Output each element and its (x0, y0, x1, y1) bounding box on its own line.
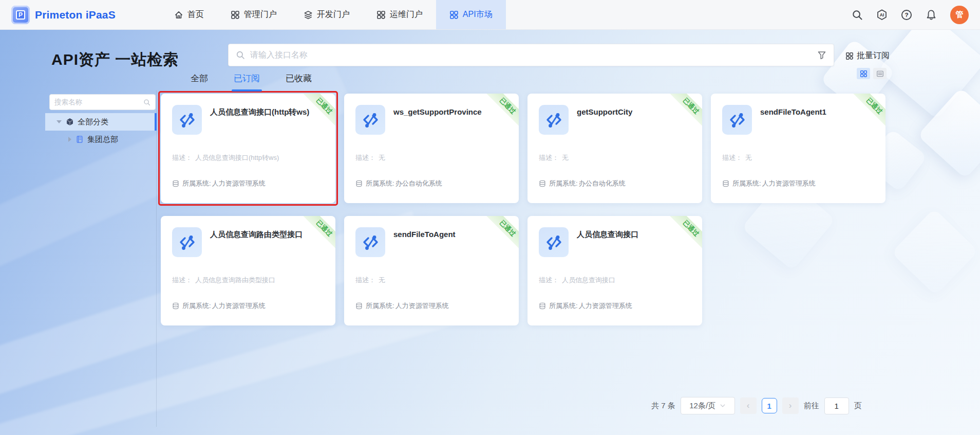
system-value: 人力资源管理系统 (212, 179, 266, 188)
filter-funnel-icon[interactable] (817, 50, 826, 60)
batch-subscribe-button[interactable]: 批量订阅 (845, 50, 890, 61)
system-label: 所属系统: (182, 301, 211, 311)
description-label: 描述： (355, 276, 375, 284)
system-label: 所属系统: (182, 179, 211, 188)
api-description: 描述：无 (539, 153, 691, 162)
caret-right-icon[interactable] (68, 137, 71, 142)
description-label: 描述： (722, 154, 742, 161)
search-icon[interactable] (852, 9, 863, 21)
bg-cube (917, 87, 980, 179)
goto-page-input[interactable] (824, 397, 849, 414)
next-page-button[interactable]: › (782, 397, 799, 414)
api-glyph-icon (178, 233, 196, 251)
tree-item-all-categories[interactable]: 全部分类 (45, 113, 157, 131)
system-value: 人力资源管理系统 (395, 301, 449, 311)
api-system: 所属系统:人力资源管理系统 (172, 179, 266, 188)
description-label: 描述： (539, 276, 559, 284)
api-card[interactable]: 人员信息查询接口(http转ws) 描述：人员信息查询接口(http转ws) 所… (161, 94, 335, 203)
system-label: 所属系统: (366, 179, 394, 188)
api-description: 描述：无 (722, 153, 874, 162)
page-size-select[interactable]: 12条/页 (681, 397, 735, 414)
system-label: 所属系统: (549, 179, 578, 188)
api-system: 所属系统:办公自动化系统 (539, 179, 626, 188)
api-card[interactable]: sendFileToAgent1 描述：无 所属系统:人力资源管理系统 已通过 (711, 94, 885, 203)
card-view-button[interactable] (857, 68, 870, 79)
card-header: sendFileToAgent1 (722, 105, 874, 135)
brand-name: Primeton iPaaS (35, 9, 116, 21)
nav-item-ops-portal[interactable]: 运维门户 (363, 0, 436, 29)
nav-item-api-market[interactable]: API市场 (436, 0, 506, 29)
card-header: getSupportCity (539, 105, 691, 135)
api-card[interactable]: getSupportCity 描述：无 所属系统:办公自动化系统 已通过 (527, 94, 702, 203)
tab-subscribed[interactable]: 已订阅 (234, 72, 260, 88)
main-menu: 首页 管理门户 开发门户 运维门户 API市场 (161, 0, 506, 29)
api-card[interactable]: 人员信息查询接口 描述：人员信息查询接口 所属系统:人力资源管理系统 已通过 (527, 216, 702, 325)
nav-item-admin-portal[interactable]: 管理门户 (217, 0, 290, 29)
api-glyph-icon (178, 111, 196, 129)
api-search-input[interactable] (250, 50, 812, 60)
api-card[interactable]: ws_getSupportProvince 描述：无 所属系统:办公自动化系统 … (344, 94, 519, 203)
nav-item-dev-portal[interactable]: 开发门户 (290, 0, 363, 29)
api-system: 所属系统:办公自动化系统 (355, 179, 442, 188)
caret-down-icon[interactable] (56, 120, 62, 123)
api-glyph-icon (544, 111, 563, 129)
category-search-input[interactable] (54, 98, 140, 106)
page-number-1[interactable]: 1 (762, 398, 777, 413)
tab-favorites[interactable]: 已收藏 (286, 72, 312, 88)
brand-logo[interactable]: P Primeton iPaaS (11, 6, 116, 24)
grid-icon (449, 10, 459, 20)
prev-page-button[interactable]: ‹ (740, 397, 757, 414)
notification-bell-icon[interactable] (926, 9, 937, 21)
api-glyph-icon (728, 111, 746, 129)
description-label: 描述： (172, 276, 192, 284)
card-grid: 人员信息查询接口(http转ws) 描述：人员信息查询接口(http转ws) 所… (161, 94, 885, 325)
nav-item-home[interactable]: 首页 (161, 0, 217, 29)
api-name: getSupportCity (577, 105, 632, 135)
grid-icon (231, 10, 240, 20)
user-avatar[interactable]: 管 (950, 6, 969, 24)
view-toggle-group (857, 68, 887, 79)
api-description: 描述：人员信息查询路由类型接口 (172, 276, 324, 285)
layers-icon (304, 10, 313, 20)
card-header: 人员信息查询路由类型接口 (172, 227, 324, 257)
nav-item-label: 开发门户 (317, 9, 350, 20)
brand-logo-icon: P (11, 6, 30, 24)
api-card[interactable]: 人员信息查询路由类型接口 描述：人员信息查询路由类型接口 所属系统:人力资源管理… (161, 216, 335, 325)
nav-item-label: 管理门户 (244, 9, 277, 20)
tree-item-group-hq[interactable]: 集团总部 (45, 131, 157, 148)
system-value: 办公自动化系统 (579, 179, 626, 188)
goto-suffix: 页 (854, 401, 862, 411)
chevron-down-icon (720, 403, 726, 409)
api-system: 所属系统:人力资源管理系统 (355, 301, 449, 311)
database-icon (539, 302, 546, 310)
description-value: 无 (745, 154, 752, 161)
api-icon (539, 227, 569, 257)
api-glyph-icon (361, 111, 380, 129)
app-root: P Primeton iPaaS 首页 管理门户 开发门户 运维门户 A (0, 0, 980, 435)
category-search-box[interactable] (49, 94, 156, 110)
list-view-button[interactable] (873, 68, 887, 79)
batch-subscribe-label: 批量订阅 (857, 50, 890, 61)
system-label: 所属系统: (549, 301, 578, 311)
api-card[interactable]: sendFileToAgent 描述：无 所属系统:人力资源管理系统 已通过 (344, 216, 519, 325)
database-icon (355, 302, 363, 310)
system-value: 办公自动化系统 (395, 179, 442, 188)
api-icon (172, 227, 202, 257)
api-system: 所属系统:人力资源管理系统 (539, 301, 632, 311)
system-value: 人力资源管理系统 (579, 301, 632, 311)
help-icon[interactable] (901, 9, 912, 21)
description-value: 人员信息查询接口(http转ws) (195, 154, 279, 161)
document-icon (76, 135, 84, 143)
system-value: 人力资源管理系统 (212, 301, 266, 311)
list-view-icon (876, 70, 884, 78)
api-name: sendFileToAgent1 (760, 105, 826, 135)
api-search-bar[interactable] (228, 44, 834, 66)
database-icon (355, 180, 363, 187)
tab-all[interactable]: 全部 (191, 72, 208, 88)
grid-icon (845, 52, 854, 60)
ai-assistant-icon[interactable] (876, 9, 888, 21)
api-name: sendFileToAgent (393, 227, 456, 257)
api-system: 所属系统:人力资源管理系统 (722, 179, 816, 188)
category-tree: 全部分类 集团总部 (45, 113, 157, 148)
card-header: 人员信息查询接口 (539, 227, 691, 257)
